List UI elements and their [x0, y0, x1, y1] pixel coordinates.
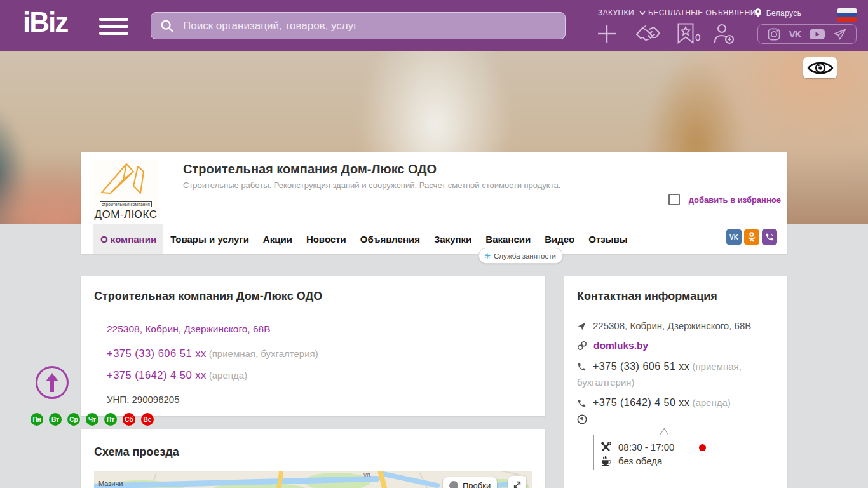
about-phone-2-note: (аренда) — [209, 370, 247, 381]
contact-phone-2-note: (аренда) — [692, 397, 730, 408]
tab-news[interactable]: Новости — [299, 224, 353, 254]
company-subtitle: Строительные работы. Реконструкция здани… — [183, 180, 560, 190]
link-icon — [577, 341, 587, 355]
map-river — [380, 471, 440, 488]
contact-address: 225308, Кобрин, Дзержинского, 68В — [593, 320, 751, 331]
day-friday[interactable]: Пт — [104, 413, 117, 426]
map-expand-button[interactable] — [508, 476, 526, 488]
nav-procurement[interactable]: ЗАКУПКИ — [598, 8, 646, 17]
accessibility-eye-button[interactable] — [803, 57, 837, 78]
contact-heading: Контактная информация — [577, 290, 717, 303]
contact-website-link[interactable]: domluks.by — [593, 340, 648, 351]
contact-phone-1-row: +375 (33) 606 51 xx (приемная, бухгалтер… — [577, 360, 775, 390]
map-heading: Схема проезда — [94, 445, 179, 459]
vk-share-icon[interactable]: VK — [726, 229, 742, 245]
lunch-text: без обеда — [618, 456, 662, 466]
working-days: Пн Вт Ср Чт Пт Сб Вс — [31, 413, 154, 426]
about-card: Строительная компания Дом-Люкс ОДО 22530… — [81, 276, 545, 416]
traffic-button[interactable]: Пробки — [443, 477, 497, 488]
company-logo-text-small: строительная компания — [100, 201, 152, 207]
phone-icon — [577, 398, 587, 412]
favorites-bookmark-icon[interactable] — [677, 23, 694, 46]
about-unp: УНП: 290096205 — [107, 394, 180, 405]
tab-procurement[interactable]: Закупки — [427, 224, 478, 254]
user-add-icon[interactable] — [713, 23, 735, 47]
contact-phone-1[interactable]: +375 (33) 606 51 xx — [593, 361, 689, 372]
contact-address-row: 225308, Кобрин, Дзержинского, 68В — [577, 319, 775, 335]
search-icon — [160, 19, 174, 33]
favorites-count: 0 — [695, 32, 700, 43]
eye-icon — [807, 60, 834, 76]
day-monday[interactable]: Пн — [31, 413, 43, 426]
company-header-card: строительная компания ДОМ-ЛЮКС Строитель… — [81, 152, 787, 254]
tab-promotions[interactable]: Акции — [256, 224, 299, 254]
map-place-label: Мазичи — [98, 480, 123, 487]
social-links-bar: VK — [757, 24, 857, 44]
telegram-icon[interactable] — [834, 29, 846, 40]
header: iBiz ЗАКУПКИ БЕСПЛАТНЫЕ ОБЪЯВЛЕНИЯ Белар… — [0, 0, 868, 51]
map-street-label: ул. — [363, 471, 372, 478]
tab-reviews[interactable]: Отзывы — [581, 224, 634, 254]
menu-icon[interactable] — [99, 18, 128, 35]
day-thursday[interactable]: Чт — [86, 413, 98, 426]
company-title: Строительная компания Дом-Люкс ОДО — [183, 162, 437, 177]
tools-icon — [600, 442, 614, 452]
expand-icon — [513, 480, 522, 488]
closed-now-indicator — [699, 444, 706, 451]
about-phone-1-note: (приемная, бухгалтерия) — [209, 348, 318, 359]
favorite-checkbox[interactable] — [668, 194, 680, 205]
about-phone-1[interactable]: +375 (33) 606 51 xx(приемная, бухгалтери… — [107, 348, 318, 360]
nav-location[interactable]: Беларусь — [755, 8, 801, 18]
search-input[interactable] — [182, 19, 556, 33]
day-tuesday[interactable]: Вт — [49, 413, 62, 426]
company-social-buttons: VK — [726, 229, 777, 245]
tab-ads[interactable]: Объявления — [353, 224, 427, 254]
instagram-icon[interactable] — [768, 28, 780, 41]
map-card: Схема проезда Мазичи ул. Пробки — [81, 429, 545, 488]
arrow-up-icon — [45, 373, 59, 392]
contact-website-row: domluks.by — [577, 339, 775, 355]
traffic-icon — [449, 481, 458, 488]
contact-phone-2-row: +375 (1642) 4 50 xx (аренда) — [577, 396, 775, 412]
tab-products[interactable]: Товары и услуги — [163, 224, 256, 254]
hours-row: 08:30 - 17:00 — [600, 440, 709, 454]
lunch-row: без обеда — [600, 454, 709, 468]
employment-service-icon: ✳ — [484, 252, 491, 261]
location-pin-icon — [755, 8, 761, 17]
contact-phone-2[interactable]: +375 (1642) 4 50 xx — [593, 397, 689, 408]
map-canvas[interactable]: Мазичи ул. Пробки — [94, 471, 532, 488]
hours-text: 08:30 - 17:00 — [618, 442, 674, 452]
day-saturday[interactable]: Сб — [123, 413, 135, 426]
navigation-arrow-icon — [577, 321, 587, 335]
day-wednesday[interactable]: Ср — [67, 413, 80, 426]
scroll-to-top-button[interactable] — [36, 366, 69, 399]
working-hours-tooltip: 08:30 - 17:00 без обеда — [593, 435, 715, 470]
add-to-favorites[interactable]: добавить в избранное — [668, 194, 781, 205]
odnoklassniki-icon[interactable] — [744, 229, 759, 245]
map-street — [482, 471, 519, 475]
search-box — [151, 12, 566, 39]
add-plus-icon[interactable] — [596, 23, 618, 47]
company-logo-art — [98, 160, 153, 194]
vacancies-tooltip-text: Служба занятости — [494, 252, 556, 260]
company-logo[interactable]: строительная компания ДОМ-ЛЮКС — [92, 160, 159, 216]
company-logo-text-big: ДОМ-ЛЮКС — [92, 209, 159, 220]
site-logo[interactable]: iBiz — [23, 6, 67, 38]
page: iBiz ЗАКУПКИ БЕСПЛАТНЫЕ ОБЪЯВЛЕНИЯ Белар… — [0, 0, 868, 488]
about-address-link[interactable]: 225308, Кобрин, Дзержинского, 68В — [107, 323, 271, 335]
about-heading: Строительная компания Дом-Люкс ОДО — [94, 290, 322, 303]
coffee-cup-icon — [600, 456, 614, 466]
vacancies-tooltip: ✳ Служба занятости — [478, 248, 563, 264]
favorite-label: добавить в избранное — [689, 195, 781, 205]
nav-free-ads[interactable]: БЕСПЛАТНЫЕ ОБЪЯВЛЕНИЯ — [648, 8, 762, 17]
tab-about[interactable]: О компании — [93, 224, 163, 254]
handshake-icon[interactable] — [635, 25, 661, 46]
day-sunday[interactable]: Вс — [141, 413, 154, 426]
phone-icon — [577, 362, 587, 376]
vk-icon[interactable]: VK — [789, 29, 801, 39]
language-flag-russia[interactable] — [837, 8, 857, 22]
youtube-icon[interactable] — [810, 29, 825, 40]
chevron-down-icon — [639, 11, 646, 15]
about-phone-2[interactable]: +375 (1642) 4 50 xx(аренда) — [107, 369, 247, 381]
viber-icon[interactable] — [762, 229, 777, 245]
